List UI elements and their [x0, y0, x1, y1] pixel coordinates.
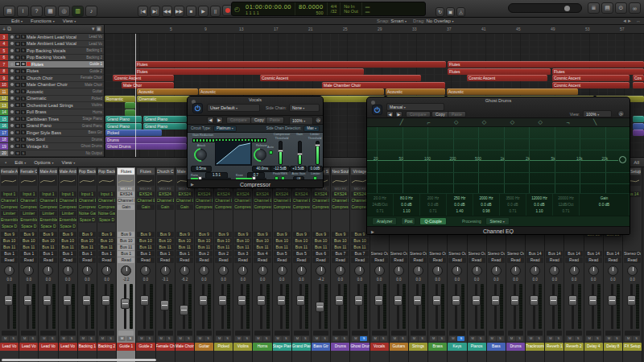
paste-button[interactable]: Paste: [266, 117, 284, 124]
automation-mode-slot[interactable]: Read: [526, 257, 543, 263]
output-slot[interactable]: Bus 5: [293, 251, 310, 257]
track-header[interactable]: 20MSNo Output: [0, 150, 104, 158]
fader-handle[interactable]: [160, 300, 169, 311]
mixer-menu-view[interactable]: View ▾: [62, 160, 76, 165]
mute-button[interactable]: M: [216, 336, 223, 341]
fx-slot[interactable]: Limiter: [39, 211, 56, 216]
eq-band-readout[interactable]: 3500 Hz0.0 dB0.71: [500, 194, 526, 216]
region[interactable]: [125, 102, 135, 109]
output-slot[interactable]: Stereo Out: [410, 251, 427, 257]
waveform-zoom-icon[interactable]: ◄►: [622, 19, 632, 23]
eq-thumbnail[interactable]: [20, 175, 37, 186]
media-icon[interactable]: ∞: [629, 2, 641, 14]
solo-button[interactable]: S: [21, 48, 26, 52]
volume-fader[interactable]: [313, 282, 328, 331]
solo-button[interactable]: S: [10, 336, 17, 341]
track-header[interactable]: 3MSMale Ambient Lead VocalLead Vo: [0, 34, 104, 41]
pan-knob[interactable]: [432, 265, 443, 276]
volume-fader[interactable]: [625, 282, 640, 331]
send-slot[interactable]: Bus 10: [293, 238, 310, 244]
fader-handle[interactable]: [82, 295, 91, 306]
send-slot[interactable]: Bus 10: [137, 238, 154, 244]
fx-slot[interactable]: Compressor: [196, 204, 213, 210]
fx-slot[interactable]: Noise Gate: [79, 211, 96, 216]
automation-mode-slot[interactable]: Read: [176, 257, 193, 263]
send-slot[interactable]: Bus 10: [176, 238, 193, 244]
mixer-channel-strip[interactable]: CaribbeaMIDI FXEXS24Channel EQCompressor…: [273, 167, 292, 362]
compare-button[interactable]: Compare: [226, 117, 251, 124]
solo-button[interactable]: S: [204, 336, 212, 341]
send-slot[interactable]: Bus 11: [293, 245, 310, 250]
snap-menu[interactable]: Smart: [390, 19, 403, 23]
output-slot[interactable]: Bus 4: [254, 251, 270, 257]
input-slot[interactable]: Input 1: [98, 191, 115, 197]
solo-button[interactable]: S: [21, 124, 26, 128]
send-slot[interactable]: Bus 11: [39, 245, 56, 250]
peak-band-icon[interactable]: ◇: [510, 119, 514, 125]
mute-button[interactable]: M: [177, 336, 184, 341]
fx-slot[interactable]: Compressor: [20, 204, 37, 210]
channel-name-label[interactable]: Reverb 2: [564, 343, 583, 351]
fader-handle[interactable]: [316, 302, 324, 312]
solo-button[interactable]: S: [21, 42, 26, 46]
pan-knob[interactable]: [4, 265, 14, 276]
volume-fader[interactable]: [158, 282, 173, 331]
solo-button[interactable]: S: [21, 76, 26, 80]
fader-handle[interactable]: [608, 295, 617, 306]
send-slot[interactable]: Bus 9: [196, 232, 213, 237]
channel-name-label[interactable]: Lead Vo: [0, 343, 19, 351]
mute-button[interactable]: M: [15, 97, 20, 101]
pan-knob[interactable]: [588, 265, 599, 276]
automation-mode-slot[interactable]: Read: [274, 257, 291, 263]
send-slot[interactable]: Bus 9: [39, 232, 56, 237]
rewind-icon[interactable]: ◀◀: [162, 6, 172, 17]
fader-handle[interactable]: [452, 295, 460, 306]
input-slot[interactable]: Input 1: [60, 191, 76, 197]
channel-name-label[interactable]: Male Choir: [175, 343, 194, 351]
output-slot[interactable]: Bus 1: [137, 251, 154, 257]
fader-handle[interactable]: [218, 295, 227, 306]
eq-thumbnail[interactable]: [157, 175, 174, 186]
mute-button[interactable]: M: [508, 336, 515, 341]
output-slot[interactable]: Bus 7: [332, 251, 349, 257]
pan-knob[interactable]: [413, 265, 423, 276]
fx-slot[interactable]: Compressor: [39, 204, 56, 210]
input-slot[interactable]: EXS24: [137, 191, 154, 197]
fx-slot[interactable]: Compressor: [332, 204, 349, 210]
region[interactable]: Grand Piano: [105, 123, 142, 130]
channel-name-label[interactable]: Keys: [448, 343, 466, 351]
eq-thumbnail[interactable]: [39, 175, 56, 186]
fx-slot[interactable]: Compressor: [98, 204, 115, 210]
output-slot[interactable]: Bus 14: [565, 251, 582, 257]
mute-button[interactable]: M: [15, 151, 20, 155]
pan-knob[interactable]: [472, 265, 482, 276]
send-slot[interactable]: Bus 10: [196, 238, 213, 244]
volume-fader[interactable]: [411, 282, 426, 331]
send-slot[interactable]: Bus 9: [332, 232, 349, 237]
output-slot[interactable]: Bus 1: [176, 251, 193, 257]
volume-fader[interactable]: [177, 282, 192, 331]
send-slot[interactable]: Bus 11: [60, 245, 76, 250]
pan-knob[interactable]: [530, 265, 540, 276]
mixer-channel-strip[interactable]: OrchestrMIDI FXEXS24Channel EQCompressor…: [233, 167, 253, 362]
solo-button[interactable]: S: [146, 336, 153, 341]
channel-setting-button[interactable]: Male Amb: [60, 168, 76, 175]
volume-fader[interactable]: [294, 282, 309, 331]
input-slot[interactable]: Input 1: [1, 191, 18, 197]
pan-knob[interactable]: [101, 265, 112, 276]
channel-setting-button[interactable]: Flutes: [137, 168, 154, 175]
menu-view[interactable]: View ▾: [63, 19, 76, 23]
region[interactable]: [633, 116, 644, 122]
preset-menu[interactable]: User Default ▾: [207, 104, 260, 112]
pan-knob[interactable]: [140, 265, 151, 276]
region[interactable]: Flutes: [448, 68, 551, 75]
quick-help-icon[interactable]: ?: [31, 6, 43, 17]
pan-knob[interactable]: [569, 265, 580, 276]
input-slot[interactable]: EXS24: [118, 191, 134, 197]
input-slot[interactable]: EXS24: [312, 191, 329, 197]
solo-button[interactable]: S: [21, 83, 26, 87]
channel-name-label[interactable]: Reverb 1: [545, 343, 564, 351]
channel-name-label[interactable]: Guide 2: [136, 343, 155, 351]
mute-button[interactable]: M: [15, 35, 20, 39]
region[interactable]: Acoustic: [137, 88, 198, 95]
